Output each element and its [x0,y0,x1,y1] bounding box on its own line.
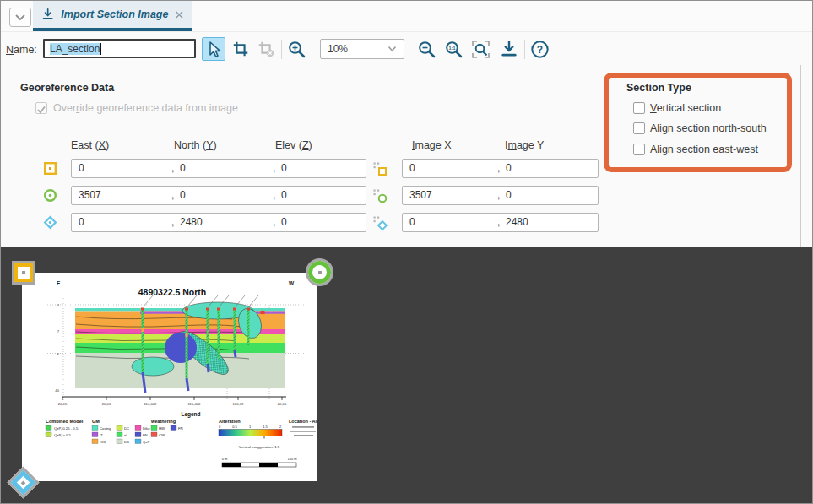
svg-text:1.5: 1.5 [263,425,268,429]
svg-text:0: 0 [219,425,221,429]
svg-text:CW: CW [159,433,165,437]
image-coords-row-3[interactable]: 0 , 2480 [402,213,599,232]
svg-text:120,09: 120,09 [233,402,244,406]
legend-location-title: Location - Alignm [289,419,317,424]
svg-text:4: 4 [57,303,60,307]
import-icon [41,8,54,21]
svg-text:IT: IT [100,433,103,437]
image-diamond-marker-icon [373,216,388,230]
svg-text:1: 1 [249,425,252,429]
svg-text:0.5: 0.5 [232,425,237,429]
zoom-out-icon [417,40,436,59]
section-legend: Legend Combined Model QzP, 0.25 - 0.5 Qz… [46,411,317,467]
alteration-color-scale [219,430,282,436]
blue-intrusion-body [165,333,197,363]
georef-handle-top-right-circle[interactable] [306,258,333,286]
remove-crop-icon [257,40,275,58]
east-direction-label: E [57,280,61,286]
svg-text:20,06: 20,06 [102,402,111,406]
zoom-one-to-one-icon: 1:1 [444,40,463,59]
tab-title: Import Section Image [61,8,168,20]
zoom-to-fit-button[interactable] [469,37,492,61]
name-input[interactable]: LA_section [43,39,196,58]
text-caret [100,43,101,55]
vertical-section-label: Vertical section [650,102,721,114]
georef-handle-top-left-square[interactable] [12,261,35,285]
section-image-preview[interactable]: E W 4890322.5 North [22,273,317,481]
import-section-image-window: Import Section Image Name: LA_section [0,0,813,504]
drillhole-collar [260,311,265,314]
zoom-level-select[interactable]: 10% [320,39,404,59]
svg-text:FN: FN [178,426,183,431]
georef-handle-ring [14,263,33,282]
svg-text:HW: HW [159,426,165,431]
tab-import-section-image[interactable]: Import Section Image [33,1,192,31]
import-image-button[interactable] [497,37,521,61]
alteration-scale-ticks: 0 0.5 1 1.5 2 [219,425,282,429]
align-north-south-checkbox[interactable] [633,122,645,134]
check-icon [36,105,46,115]
diamond-marker-icon [43,215,57,230]
svg-text:40: 40 [55,388,59,393]
zoom-out-button[interactable] [415,37,438,61]
svg-text:QzP: QzP [143,440,149,444]
svg-text:115,402: 115,402 [188,402,201,406]
legend-alteration-title: Alteration [219,419,241,424]
vertical-exaggeration-label: Vertical exaggeration: 1.5 [239,445,280,449]
vertical-section-checkbox[interactable] [633,102,645,114]
svg-text:20,05: 20,05 [58,402,68,406]
override-georeference-label: Override georeference data from image [53,102,238,114]
svg-text:?: ? [536,44,542,56]
column-header-east: East (X) [71,139,109,151]
close-tab-icon[interactable] [175,10,184,19]
import-icon [500,40,518,58]
section-title: 4890322.5 North [138,287,207,297]
image-coords-row-1[interactable]: 0 , 0 [402,159,599,178]
svg-text:FN: FN [143,433,148,437]
y-axis-labels: 4 7 6 40 [55,303,59,393]
svg-text:20,05: 20,05 [278,402,287,406]
image-square-marker-icon [373,162,388,176]
svg-text:el: el [124,433,127,437]
svg-text:7: 7 [57,329,60,333]
align-east-west-checkbox[interactable] [633,144,645,155]
tab-list-dropdown-button[interactable] [9,8,31,27]
world-coords-row-3[interactable]: 0 , 2480 , 0 [71,213,366,232]
location-detail-text [290,426,316,436]
column-header-image-x: Image X [412,139,452,151]
align-east-west-label: Align section east-west [650,144,758,155]
legend-gm-title: GM [92,419,100,424]
circle-marker-icon [43,188,57,203]
chevron-down-icon [388,46,397,52]
help-button[interactable]: ? [528,37,551,61]
image-coords-row-2[interactable]: 3507 , 0 [402,186,599,205]
zoom-in-button[interactable] [285,37,308,61]
legend-weathering-title: weathering [150,419,176,424]
panel-separator [800,65,801,247]
world-coords-row-2[interactable]: 3507 , 0 , 0 [71,186,366,205]
crop-tool-button[interactable] [229,37,252,61]
georef-handle-dot [22,271,25,274]
legend-title: Legend [181,411,200,418]
align-north-south-label: Align section north-south [650,122,767,134]
remove-crop-tool-button[interactable] [254,37,278,61]
toolbar-separator [524,40,525,59]
override-georeference-checkbox[interactable] [35,102,47,114]
tab-bar: Import Section Image [1,1,812,32]
teal-lower-body [132,357,174,376]
chevron-down-icon [14,14,26,21]
image-preview-canvas[interactable]: E W 4890322.5 North [1,247,812,504]
x-axis-labels: 20,05 20,06 114,002 115,402 120,09 20,05 [58,402,287,406]
column-header-image-y: Image Y [505,139,544,151]
square-marker-icon [43,161,57,176]
georef-handle-dot [21,480,26,485]
crop-icon [231,40,250,58]
zoom-level-value: 10% [328,43,388,55]
svg-text:DB: DB [124,440,129,444]
column-header-north: North (Y) [174,139,217,151]
section-type-heading: Section Type [626,82,691,94]
name-input-value: LA_section [50,43,100,55]
world-coords-row-1[interactable]: 0 , 0 , 0 [71,159,366,178]
pointer-tool-button[interactable] [202,37,225,61]
zoom-actual-size-button[interactable]: 1:1 [442,37,465,61]
